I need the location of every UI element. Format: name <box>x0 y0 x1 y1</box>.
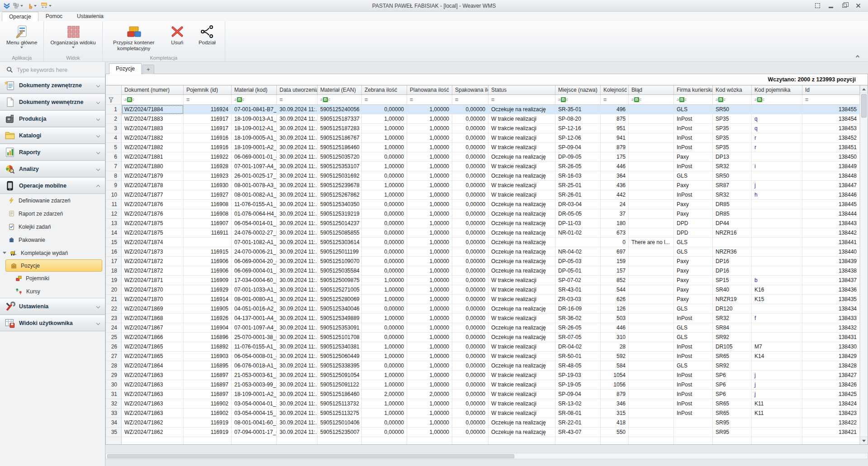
grid-cell[interactable]: W trakcie realizacji <box>489 181 555 190</box>
filter-cell[interactable]: aBc <box>555 95 601 105</box>
grid-cell[interactable]: K11 <box>752 399 802 409</box>
grid-cell[interactable]: SR-16-03 <box>555 171 601 181</box>
grid-cell[interactable]: 21-053-0003-99_2 <box>232 380 277 390</box>
grid-cell[interactable]: SR-26-05 <box>555 323 601 333</box>
grid-cell[interactable]: K14 <box>752 352 802 361</box>
grid-cell[interactable]: W trakcie realizacji <box>489 133 555 143</box>
grid-cell[interactable]: 1,00000 <box>407 418 452 428</box>
grid-cell[interactable]: 138429 <box>802 352 860 361</box>
grid-cell[interactable] <box>555 238 601 247</box>
grid-cell[interactable]: There are no l... <box>629 238 674 247</box>
add-tab-button[interactable]: + <box>142 65 154 74</box>
filter-cell[interactable]: = <box>362 95 407 105</box>
grid-cell[interactable]: InPost <box>674 390 713 399</box>
grid-cell[interactable]: 315 <box>601 409 629 418</box>
grid-row[interactable]: 26WZ/2024/7186511689211-076-0155-A1_130.… <box>106 342 860 352</box>
grid-cell[interactable] <box>629 285 674 295</box>
grid-row[interactable]: 22WZ/2024/7186911690504-051-0016-A2_330.… <box>106 304 860 314</box>
grid-cell[interactable]: 941 <box>601 133 629 143</box>
grid-cell[interactable]: 1,00000 <box>407 257 452 266</box>
vertical-scroll-thumb[interactable] <box>861 94 867 118</box>
filter-cell[interactable]: = <box>601 95 629 105</box>
grid-cell[interactable]: 592 <box>601 352 629 361</box>
grid-cell[interactable]: Paxy <box>674 200 713 209</box>
grid-cell[interactable]: 0,00000 <box>452 133 489 143</box>
grid-cell[interactable]: 1,00000 <box>362 371 407 380</box>
grid-row[interactable]: 4WZ/2024/7188211691618-109-0005-A1_330.0… <box>106 133 860 143</box>
grid-cell[interactable]: WZ/2024/71863 <box>122 409 184 418</box>
grid-cell[interactable] <box>752 105 802 114</box>
grid-cell[interactable]: 138433 <box>802 314 860 323</box>
grid-cell[interactable]: GLS <box>674 304 713 314</box>
grid-cell[interactable]: 30.09.2024 11:... <box>277 219 318 228</box>
grid-row[interactable]: 17WZ/2024/7187211690606-069-0004-20_430.… <box>106 257 860 266</box>
grid-cell[interactable]: SR-26-01 <box>555 190 601 200</box>
grid-cell[interactable]: 1,00000 <box>407 143 452 152</box>
grid-cell[interactable]: 30.09.2024 11:... <box>277 238 318 247</box>
grid-row[interactable]: 14WZ/2024/7187511691124-076-0002-27_530.… <box>106 228 860 238</box>
grid-cell[interactable]: 07-001-1033-A1_4 <box>232 285 277 295</box>
grid-cell[interactable]: SP35 <box>713 114 752 124</box>
tab-ustawienia[interactable]: Ustawienia <box>70 11 111 21</box>
grid-cell[interactable]: SR65 <box>713 409 752 418</box>
grid-cell[interactable]: 1,00000 <box>407 152 452 162</box>
grid-cell[interactable]: W trakcie realizacji <box>489 143 555 152</box>
grid-cell[interactable]: SR-50-01 <box>555 352 601 361</box>
grid-cell[interactable]: 0,00000 <box>452 276 489 285</box>
grid-cell[interactable]: 1,00000 <box>407 190 452 200</box>
grid-cell[interactable]: 0,00000 <box>362 257 407 266</box>
grid-cell[interactable]: SR-25-01 <box>555 181 601 190</box>
grid-cell[interactable]: InPost <box>674 114 713 124</box>
grid-cell[interactable]: SP35 <box>713 143 752 152</box>
grid-cell[interactable]: InPost <box>674 399 713 409</box>
grid-cell[interactable]: 0,00000 <box>452 409 489 418</box>
grid-cell[interactable]: j <box>752 181 802 190</box>
grid-cell[interactable]: 138449 <box>802 162 860 171</box>
filter-cell[interactable]: = <box>802 95 860 105</box>
grid-cell[interactable]: 28 <box>601 342 629 352</box>
grid-cell[interactable]: 584 <box>601 361 629 371</box>
grid-cell[interactable]: Oczekuje na realizację <box>489 171 555 181</box>
grid-cell[interactable]: 18-109-0005-A1_3 <box>232 133 277 143</box>
grid-cell[interactable] <box>752 209 802 219</box>
grid-cell[interactable]: 0,00000 <box>452 171 489 181</box>
column-header[interactable]: Status <box>489 85 555 95</box>
grid-cell[interactable]: 673 <box>601 228 629 238</box>
grid-row[interactable]: 5WZ/2024/7188211691618-109-0001-A2_330.0… <box>106 143 860 152</box>
grid-cell[interactable]: Paxy <box>674 285 713 295</box>
grid-cell[interactable]: 0,00000 <box>452 371 489 380</box>
grid-cell[interactable]: 126 <box>601 304 629 314</box>
grid-cell[interactable]: SP35 <box>713 133 752 143</box>
grid-cell[interactable] <box>629 371 674 380</box>
grid-cell[interactable]: InPost <box>674 371 713 380</box>
grid-cell[interactable]: 1,00000 <box>407 333 452 342</box>
grid-cell[interactable]: WZ/2024/71863 <box>122 399 184 409</box>
grid-cell[interactable]: 1,00000 <box>362 143 407 152</box>
grid-cell[interactable]: WZ/2024/71877 <box>122 190 184 200</box>
grid-cell[interactable]: 18-109-0012-A1_5 <box>232 124 277 133</box>
close-button[interactable] <box>854 3 862 9</box>
grid-cell[interactable]: 1,00000 <box>407 171 452 181</box>
grid-cell[interactable]: NRZR19 <box>713 295 752 304</box>
grid-cell[interactable]: 18-109-0001-A2_3 <box>232 390 277 399</box>
grid-cell[interactable]: 5905125060449 <box>318 352 362 361</box>
grid-cell[interactable]: 1,00000 <box>362 276 407 285</box>
grid-cell[interactable]: 138426 <box>802 380 860 390</box>
grid-cell[interactable]: 07-001-1082-A1_6 <box>232 238 277 247</box>
grid-cell[interactable]: WZ/2024/71879 <box>122 171 184 181</box>
grid-row[interactable]: 7WZ/2024/7188011692807-001-1097-A4_630.0… <box>106 162 860 171</box>
grid-cell[interactable]: 116924 <box>184 105 232 114</box>
grid-cell[interactable]: SP6 <box>713 390 752 399</box>
grid-cell[interactable]: h <box>752 190 802 200</box>
grid-cell[interactable]: SR65 <box>713 399 752 409</box>
grid-cell[interactable]: 5905125240056 <box>318 105 362 114</box>
grid-cell[interactable]: 5905125085855 <box>318 228 362 238</box>
grid-cell[interactable]: 116919 <box>184 418 232 428</box>
grid-cell[interactable]: SR32 <box>713 190 752 200</box>
grid-cell[interactable]: WZ/2024/71870 <box>122 285 184 295</box>
grid-cell[interactable] <box>629 304 674 314</box>
grid-cell[interactable]: 116895 <box>184 361 232 371</box>
grid-cell[interactable]: 138450 <box>802 152 860 162</box>
filter-cell[interactable]: aBc <box>318 95 362 105</box>
grid-cell[interactable]: SR-26-05 <box>555 162 601 171</box>
